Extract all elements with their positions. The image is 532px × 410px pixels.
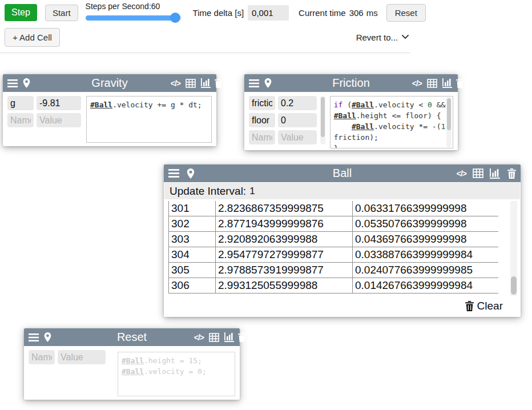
friction-code-editor[interactable]: if (#Ball.velocity < 0 &&#Ball.height <=…: [330, 96, 453, 148]
code-view-icon[interactable]: </>: [457, 169, 466, 178]
var-name-input[interactable]: [7, 96, 34, 110]
friction-body: if (#Ball.velocity < 0 &&#Ball.height <=…: [244, 92, 458, 152]
new-var-value-input[interactable]: [58, 350, 106, 364]
steps-per-second-label: Steps per Second:60: [86, 2, 182, 11]
trash-icon: [465, 301, 474, 311]
var-row: [249, 96, 317, 110]
gravity-body: #Ball.velocity += g * dt;: [3, 92, 216, 147]
menu-icon[interactable]: [7, 79, 18, 87]
var-row-new: [29, 350, 106, 364]
reset-code-editor[interactable]: #Ball.height = 15;#Ball.velocity = 0;: [118, 352, 235, 396]
friction-vars: [249, 96, 317, 148]
reset-vars: [29, 350, 106, 396]
ball-table-body: 3012.82368673599998750.06331766399999998…: [169, 201, 499, 294]
reset-body: #Ball.height = 15;#Ball.velocity = 0;: [24, 346, 240, 400]
gravity-code-editor[interactable]: #Ball.velocity += g * dt;: [86, 96, 212, 143]
pin-icon[interactable]: [23, 78, 30, 88]
cell-actions-bar: + Add Cell Revert to...: [0, 23, 410, 47]
toolbar-divider: [0, 53, 410, 53]
revert-to-dropdown[interactable]: Revert to...: [356, 33, 409, 42]
table-row: 3012.82368673599998750.06331766399999998: [169, 201, 499, 216]
steps-per-second-control: Steps per Second:60: [86, 2, 182, 23]
reset-time-button[interactable]: Reset: [386, 4, 426, 22]
update-interval-label: Update Interval:: [170, 185, 246, 198]
table-view-icon[interactable]: [209, 333, 219, 342]
var-value-input[interactable]: [278, 113, 317, 127]
var-name-input[interactable]: [249, 96, 275, 110]
main-toolbar: Step Start Steps per Second:60 Time delt…: [0, 0, 532, 23]
table-row: 3052.97885739199998770.02407766399999998…: [169, 263, 499, 278]
update-interval-input[interactable]: [248, 185, 288, 198]
gravity-vars: [7, 96, 81, 143]
clear-button[interactable]: Clear: [465, 300, 503, 312]
var-row: [249, 113, 317, 127]
table-row: 3022.87719439999998760.05350766399999998: [169, 216, 499, 232]
ball-header[interactable]: Ball </>: [164, 164, 521, 182]
trash-icon[interactable]: [238, 332, 246, 342]
chart-view-icon[interactable]: [442, 78, 453, 88]
cell-friction: Friction </>: [244, 74, 458, 150]
code-view-icon[interactable]: </>: [412, 79, 422, 88]
var-row-new: [7, 113, 81, 127]
new-var-name-input[interactable]: [29, 350, 55, 364]
var-row-new: [249, 130, 317, 144]
add-cell-button[interactable]: + Add Cell: [5, 28, 60, 47]
clear-label: Clear: [477, 300, 503, 312]
code-view-icon[interactable]: </>: [194, 333, 204, 342]
table-row: 3062.9931250559999880.014267663999999984: [169, 278, 499, 294]
chart-view-icon[interactable]: [490, 168, 501, 179]
pin-icon[interactable]: [187, 168, 195, 179]
current-time-value: 306: [349, 8, 364, 18]
friction-header[interactable]: Friction </>: [244, 74, 458, 92]
cell-reset: Reset </> #Ball.height = 15;#Ball.veloci…: [24, 328, 240, 400]
cell-gravity: Gravity </> #Ball.velocity += g * dt;: [3, 74, 216, 146]
current-time-label: Current time: [299, 8, 346, 18]
menu-icon[interactable]: [29, 333, 39, 341]
var-row: [7, 96, 81, 110]
slider-fill: [86, 15, 177, 21]
pin-icon[interactable]: [44, 332, 51, 342]
slider-thumb[interactable]: [170, 13, 180, 23]
steps-per-second-value: 60: [151, 2, 160, 11]
table-view-icon[interactable]: [427, 79, 437, 88]
var-value-input[interactable]: [278, 96, 317, 110]
revert-to-label: Revert to...: [356, 33, 398, 42]
vars-scrollbar[interactable]: [320, 96, 325, 144]
steps-per-second-slider[interactable]: [86, 13, 182, 23]
code-scrollbar[interactable]: [446, 97, 452, 147]
scrollbar-thumb[interactable]: [447, 98, 451, 130]
new-var-name-input[interactable]: [7, 113, 34, 127]
new-var-value-input[interactable]: [37, 113, 81, 127]
current-time-unit: ms: [366, 8, 378, 18]
time-delta-label: Time delta [s]: [193, 8, 244, 18]
cell-ball: Ball </> Update Interval: 3012.823686735…: [164, 164, 521, 317]
step-button[interactable]: Step: [5, 4, 37, 21]
chart-view-icon[interactable]: [201, 78, 212, 88]
gravity-header[interactable]: Gravity </>: [3, 74, 216, 92]
table-row: 3032.9208920639999880.04369766399999998: [169, 232, 499, 247]
table-view-icon[interactable]: [473, 168, 483, 178]
new-var-name-input[interactable]: [249, 130, 275, 144]
chart-view-icon[interactable]: [224, 332, 235, 342]
trash-icon[interactable]: [456, 78, 464, 88]
trash-icon[interactable]: [215, 78, 223, 88]
table-row: 3042.95477972799998770.03388766399999998…: [169, 247, 499, 263]
table-scrollbar[interactable]: [510, 201, 517, 296]
trash-icon[interactable]: [507, 168, 516, 179]
table-view-icon[interactable]: [186, 79, 196, 88]
ball-data-table[interactable]: 3012.82368673599998750.06331766399999998…: [168, 201, 498, 296]
time-delta-input[interactable]: [248, 5, 289, 21]
scrollbar-thumb[interactable]: [511, 276, 517, 295]
chevron-down-icon: [402, 35, 409, 39]
menu-icon[interactable]: [168, 169, 179, 178]
code-view-icon[interactable]: </>: [171, 79, 180, 88]
pin-icon[interactable]: [264, 78, 272, 88]
new-var-value-input[interactable]: [278, 130, 317, 144]
update-interval-bar: Update Interval:: [164, 183, 520, 199]
menu-icon[interactable]: [249, 79, 259, 87]
var-value-input[interactable]: [37, 96, 81, 110]
scrollbar-thumb[interactable]: [321, 97, 325, 137]
start-button[interactable]: Start: [45, 5, 78, 21]
reset-header[interactable]: Reset </>: [24, 328, 240, 346]
var-name-input[interactable]: [249, 113, 275, 127]
